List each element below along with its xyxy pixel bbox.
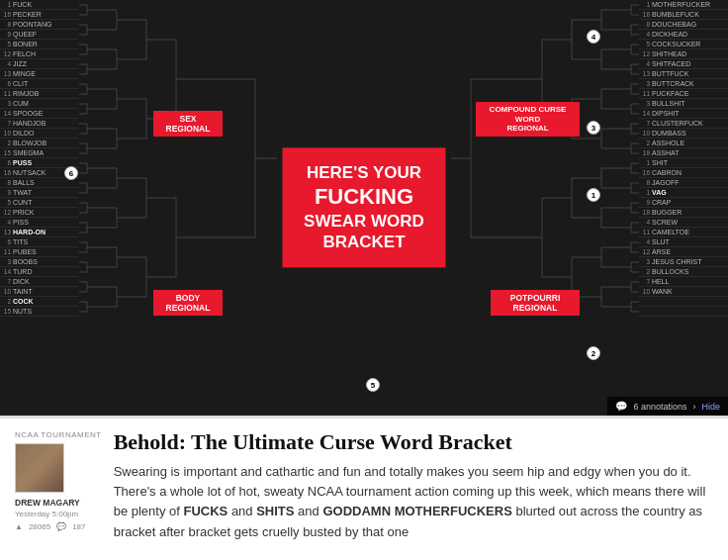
- potpourri-regional-label: POTPOURRIREGIONAL: [491, 290, 580, 316]
- list-item: 6CLIT: [0, 79, 79, 89]
- list-item: 7DICK: [0, 277, 79, 287]
- bracket-section: 1FUCK 16PECKER 8POONTANG 9QUEEF 5BONER 1…: [0, 0, 728, 416]
- author-stats: ▲ 28065 💬 187: [15, 522, 86, 531]
- list-item: 14TURD: [0, 267, 79, 277]
- list-item: 11RIMJOB: [0, 89, 79, 99]
- list-item: 11CAMELTOE: [639, 228, 728, 237]
- list-item: 16BUMBLEFUCK: [639, 10, 728, 20]
- list-item: 1MOTHERFUCKER: [639, 0, 728, 10]
- list-item: 3BUTTCRACK: [639, 79, 728, 89]
- avatar-placeholder: [15, 443, 64, 493]
- list-item: 10DILDO: [0, 129, 79, 139]
- list-item: 3BULLSHIT: [639, 99, 728, 109]
- list-item-cock: 2COCK: [0, 297, 79, 307]
- list-item: 12ARSE: [639, 247, 728, 257]
- list-item: 15NUTS: [0, 307, 79, 317]
- list-item: 10WANK: [639, 287, 728, 297]
- list-item: 4SCREW: [639, 218, 728, 228]
- list-item: [639, 307, 728, 317]
- list-item: 9TWAT: [0, 188, 79, 198]
- list-item: 8BALLS: [0, 178, 79, 188]
- list-item: 4JIZZ: [0, 59, 79, 69]
- list-item: 9CRAP: [639, 198, 728, 208]
- list-item: 6TITS: [0, 237, 79, 247]
- left-bracket-entries: 1FUCK 16PECKER 8POONTANG 9QUEEF 5BONER 1…: [0, 0, 79, 317]
- right-bracket-entries: 1MOTHERFUCKER 16BUMBLEFUCK 8DOUCHEBAG 4D…: [639, 0, 728, 317]
- comments-icon: 💬: [56, 522, 66, 531]
- list-item: 1SHIT: [639, 158, 728, 168]
- article-content: Behold: The Ultimate Curse Word Bracket …: [114, 430, 713, 542]
- badge-1: 1: [587, 188, 600, 202]
- badge-6: 6: [64, 166, 78, 180]
- list-item: 5BONER: [0, 40, 79, 49]
- comments-count: 187: [72, 522, 85, 531]
- upvotes-icon: ▲: [15, 522, 23, 531]
- list-item: 11FUCKFACE: [639, 89, 728, 99]
- article-meta-left: NCAA TOURNAMENT DREW MAGARY Yesterday 5:…: [15, 430, 102, 531]
- list-item: 3CUM: [0, 99, 79, 109]
- list-item: [639, 297, 728, 307]
- list-item: 16PECKER: [0, 10, 79, 20]
- list-item: 8POONTANG: [0, 20, 79, 30]
- comment-icon: 💬: [615, 401, 627, 412]
- list-item: 12PRICK: [0, 208, 79, 218]
- list-item: 9QUEEF: [0, 30, 79, 40]
- body-regional-label: BODYREGIONAL: [153, 290, 223, 316]
- list-item: 7HANDJOB: [0, 119, 79, 129]
- list-item: 3BOOBS: [0, 257, 79, 267]
- list-item: 15SMEGMA: [0, 148, 79, 158]
- list-item: 4SLUT: [639, 237, 728, 247]
- list-item: 18ASSHAT: [639, 148, 728, 158]
- sex-regional-label: SEXREGIONAL: [153, 111, 223, 137]
- article-body: Swearing is important and cathartic and …: [114, 462, 713, 542]
- list-item: 10TAINT: [0, 287, 79, 297]
- list-item: 4DICKHEAD: [639, 30, 728, 40]
- annotations-count: 6 annotations: [633, 402, 686, 412]
- badge-4: 4: [587, 30, 600, 44]
- list-item: 18BUGGER: [639, 208, 728, 218]
- list-item: 13MINGE: [0, 69, 79, 79]
- upvotes-count: 28065: [29, 522, 50, 531]
- list-item: 13BUTTFUCK: [639, 69, 728, 79]
- list-item: 12SHITHEAD: [639, 49, 728, 59]
- article-title: Behold: The Ultimate Curse Word Bracket: [114, 430, 713, 454]
- article-section: NCAA TOURNAMENT DREW MAGARY Yesterday 5:…: [0, 416, 728, 554]
- list-item: 1FUCK: [0, 0, 79, 10]
- badge-2: 2: [587, 346, 600, 360]
- bracket-title: HERE'S YOUR FUCKING SWEAR WORD BRACKET: [283, 147, 446, 267]
- list-item: 7CLUSTERFUCK: [639, 119, 728, 129]
- list-item: 5CUNT: [0, 198, 79, 208]
- list-item: 16CABRON: [639, 168, 728, 178]
- list-item: 2BLOWJOB: [0, 139, 79, 148]
- author-name: DREW MAGARY: [15, 498, 80, 508]
- list-item: 7HELL: [639, 277, 728, 287]
- list-item: 11PUBES: [0, 247, 79, 257]
- list-item: 3JESUS CHRIST: [639, 257, 728, 267]
- annotations-bar: 💬 6 annotations › Hide: [607, 397, 728, 416]
- list-item: 14SPOOGE: [0, 109, 79, 119]
- list-item: 2ASSHOLE: [639, 139, 728, 148]
- list-item: 14DIPSHIT: [639, 109, 728, 119]
- list-item-hard-on: 13HARD-ON: [0, 228, 79, 237]
- list-item: 12FELCH: [0, 49, 79, 59]
- list-item: 2BULLOCKS: [639, 267, 728, 277]
- list-item: 8DOUCHEBAG: [639, 20, 728, 30]
- ncaa-label: NCAA TOURNAMENT: [15, 430, 102, 439]
- list-item: 8JAGOFF: [639, 178, 728, 188]
- compound-regional-label: COMPOUND CURSE WORDREGIONAL: [476, 102, 580, 137]
- list-item: 1VAG: [639, 188, 728, 198]
- author-time: Yesterday 5:00pm: [15, 510, 78, 518]
- list-item: 4PISS: [0, 218, 79, 228]
- list-item: 10DUMBASS: [639, 129, 728, 139]
- list-item: 4SHITFACED: [639, 59, 728, 69]
- list-item: 5COCKSUCKER: [639, 40, 728, 49]
- badge-3: 3: [587, 121, 600, 135]
- annotations-separator: ›: [692, 402, 695, 412]
- badge-5: 5: [366, 378, 380, 392]
- hide-button[interactable]: Hide: [701, 402, 720, 412]
